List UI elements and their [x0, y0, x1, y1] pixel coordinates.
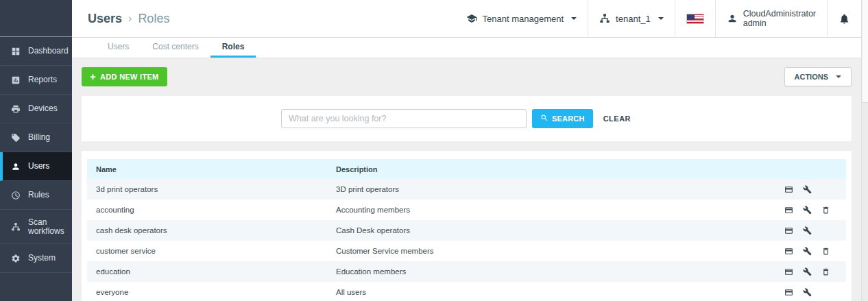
wrench-icon[interactable]	[803, 185, 812, 194]
caret-down-icon	[571, 17, 577, 20]
search-input[interactable]	[281, 109, 527, 128]
tab-users[interactable]: Users	[96, 38, 141, 58]
column-header-description: Description	[336, 165, 777, 173]
gear-icon	[10, 254, 21, 263]
card-icon[interactable]	[784, 247, 793, 256]
role-name-cell: 3d print operators	[87, 185, 336, 193]
sidebar-nav: DashboardReportsDevicesBillingUsersRules…	[0, 37, 72, 273]
role-description-cell: All users	[336, 288, 777, 296]
sitemap-icon	[10, 222, 21, 232]
sidebar-item-users[interactable]: Users	[0, 152, 72, 181]
sitemap-icon	[599, 13, 610, 24]
user-menu[interactable]: CloudAdministrator admin	[715, 0, 827, 37]
bar-chart-icon	[10, 75, 21, 85]
breadcrumb-separator: ›	[128, 12, 132, 25]
topbar: Users › Roles Tenant management tenant_1	[72, 0, 861, 38]
main-area: Users › Roles Tenant management tenant_1	[72, 0, 861, 301]
sidebar-item-label: Reports	[28, 75, 57, 84]
row-actions-cell	[777, 226, 846, 235]
sidebar-item-label: System	[28, 254, 56, 263]
wrench-icon[interactable]	[803, 206, 812, 215]
caret-down-icon	[836, 75, 841, 78]
bell-icon	[839, 13, 850, 25]
wrench-icon[interactable]	[803, 226, 812, 235]
role-name-cell: education	[87, 267, 336, 276]
card-icon[interactable]	[784, 206, 793, 215]
wrench-icon[interactable]	[803, 288, 812, 297]
sidebar-item-label: Billing	[28, 133, 50, 142]
tabbar: UsersCost centersRoles	[72, 38, 861, 58]
tag-icon	[10, 133, 21, 143]
tenant-label: tenant_1	[616, 14, 651, 24]
plus-icon: +	[90, 73, 96, 81]
card-icon[interactable]	[784, 267, 793, 276]
table-row: educationEducation members	[87, 261, 846, 282]
content-area: + ADD NEW ITEM ACTIONS SEARCH CLEAR	[72, 58, 861, 301]
add-new-item-button[interactable]: + ADD NEW ITEM	[82, 67, 167, 86]
scrollbar-thumb[interactable]	[863, 0, 868, 103]
sidebar-item-scan-workflows[interactable]: Scan workflows	[0, 210, 72, 244]
trash-icon[interactable]	[821, 247, 830, 256]
breadcrumb: Users › Roles	[72, 0, 169, 37]
row-actions-cell	[777, 247, 846, 256]
table-row: cash desk operatorsCash Desk operators	[87, 220, 846, 241]
row-actions-cell	[777, 288, 846, 297]
wrench-icon[interactable]	[803, 247, 812, 256]
sidebar-item-dashboard[interactable]: Dashboard	[0, 37, 72, 66]
table-row: 3d print operators3D print operators	[87, 179, 846, 200]
clear-button[interactable]: CLEAR	[603, 115, 631, 123]
dashboard-icon	[10, 47, 21, 56]
us-flag-icon	[686, 14, 704, 24]
breadcrumb-roles: Roles	[138, 12, 169, 26]
printer-icon	[10, 104, 21, 114]
sidebar-item-billing[interactable]: Billing	[0, 123, 72, 152]
wrench-icon[interactable]	[803, 267, 812, 276]
breadcrumb-users[interactable]: Users	[88, 12, 122, 26]
add-new-item-label: ADD NEW ITEM	[100, 73, 158, 81]
person-icon	[727, 13, 738, 24]
tab-cost-centers[interactable]: Cost centers	[141, 38, 210, 58]
trash-icon[interactable]	[821, 267, 830, 276]
card-icon[interactable]	[784, 288, 793, 297]
tab-label: Cost centers	[152, 42, 198, 51]
tenant-management-dropdown[interactable]: Tenant management	[455, 0, 588, 37]
scrollbar[interactable]	[861, 0, 868, 301]
caret-down-icon	[658, 17, 664, 20]
card-icon[interactable]	[784, 226, 793, 235]
role-name-cell: accounting	[87, 206, 336, 214]
card-icon[interactable]	[784, 185, 793, 194]
role-name-cell: cash desk operators	[87, 226, 336, 234]
role-description-cell: 3D print operators	[336, 185, 777, 193]
table-row: accountingAccounting members	[87, 200, 846, 220]
search-button[interactable]: SEARCH	[532, 109, 593, 128]
sidebar-item-label: Scan workflows	[28, 218, 67, 236]
tenant-management-label: Tenant management	[483, 14, 564, 24]
mortarboard-icon	[466, 13, 477, 24]
sidebar-item-system[interactable]: System	[0, 244, 72, 273]
role-name-cell: everyone	[87, 288, 336, 296]
role-description-cell: Customer Service members	[336, 247, 777, 255]
sidebar-item-label: Users	[28, 162, 49, 171]
tab-roles[interactable]: Roles	[210, 38, 256, 58]
toolbar-row: + ADD NEW ITEM ACTIONS	[82, 67, 852, 86]
language-selector[interactable]	[675, 0, 715, 37]
table-header-row: Name Description	[87, 159, 846, 179]
tenant-dropdown[interactable]: tenant_1	[588, 0, 675, 37]
sidebar-item-label: Rules	[28, 191, 49, 200]
sidebar-item-devices[interactable]: Devices	[0, 95, 72, 123]
sidebar-item-rules[interactable]: Rules	[0, 181, 72, 210]
person-icon	[10, 162, 21, 171]
search-button-label: SEARCH	[552, 115, 585, 123]
sidebar-item-label: Devices	[28, 104, 58, 113]
notifications-button[interactable]	[827, 0, 861, 37]
sidebar-logo-area	[0, 0, 72, 37]
topbar-right: Tenant management tenant_1	[455, 0, 861, 37]
app-root: DashboardReportsDevicesBillingUsersRules…	[0, 0, 868, 301]
trash-icon[interactable]	[821, 206, 830, 215]
actions-button[interactable]: ACTIONS	[784, 67, 852, 86]
tab-label: Users	[108, 42, 129, 51]
user-info: CloudAdministrator admin	[743, 9, 816, 28]
row-actions-cell	[777, 206, 846, 215]
sidebar-item-reports[interactable]: Reports	[0, 66, 72, 95]
clock-icon	[10, 191, 21, 200]
